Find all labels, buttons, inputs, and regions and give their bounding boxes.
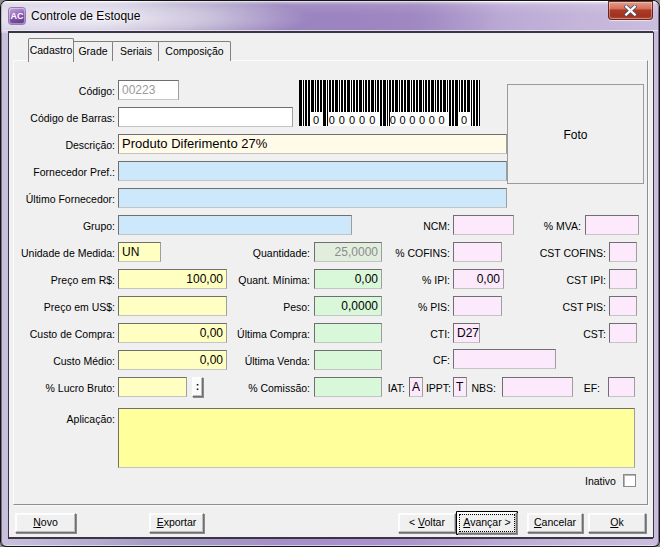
- svg-text:0: 0: [461, 114, 467, 126]
- svg-text:000000: 000000: [390, 114, 448, 126]
- svg-text:0: 0: [313, 114, 319, 126]
- svg-text:00000: 00000: [329, 114, 380, 126]
